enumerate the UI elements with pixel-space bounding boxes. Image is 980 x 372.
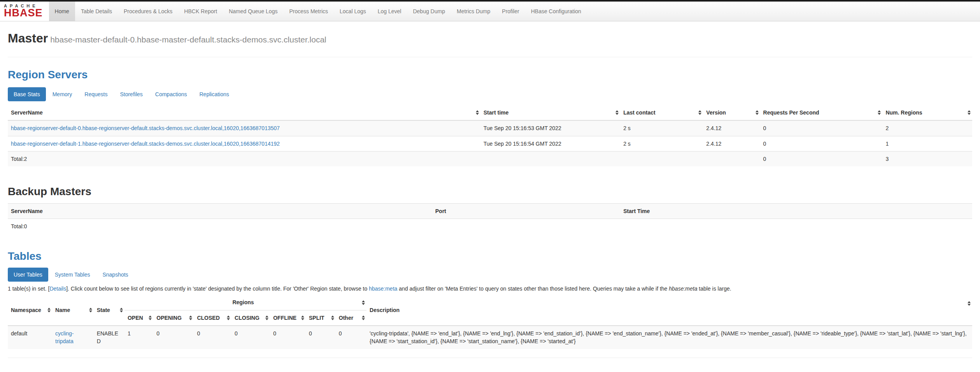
page-title: Masterhbase-master-default-0.hbase-maste… <box>8 32 972 45</box>
nav-item-procedures-locks[interactable]: Procedures & Locks <box>118 2 178 21</box>
col-name[interactable]: Name <box>52 295 94 326</box>
col-offline[interactable]: OFFLINE <box>270 310 306 326</box>
col-state[interactable]: State <box>94 295 124 326</box>
col-start-time[interactable]: Start time <box>480 105 620 120</box>
tab-user-tables[interactable]: User Tables <box>8 268 48 282</box>
sort-icon[interactable] <box>120 308 123 312</box>
split-count[interactable]: 0 <box>306 326 336 349</box>
col-namespace[interactable]: Namespace <box>8 295 52 326</box>
sort-icon[interactable] <box>89 308 92 312</box>
sort-icon[interactable] <box>301 316 304 320</box>
tables-heading: Tables <box>8 250 972 263</box>
backup-masters-table: ServerName Port Start Time Total:0 <box>8 203 972 234</box>
region-servers-table: ServerName Start time Last contact Versi… <box>8 105 972 166</box>
sort-icon[interactable] <box>968 301 971 306</box>
table-row: default cycling-tripdata ENABLED 1 0 0 0… <box>8 326 972 349</box>
nav-item-debug-dump[interactable]: Debug Dump <box>407 2 451 21</box>
nav-item-local-logs[interactable]: Local Logs <box>334 2 372 21</box>
col-last-contact[interactable]: Last contact <box>620 105 703 120</box>
table-name-link[interactable]: cycling-tripdata <box>55 330 74 344</box>
col-servername[interactable]: ServerName <box>8 105 480 120</box>
bottom-divider <box>8 358 972 358</box>
num-regions-cell: 2 <box>882 120 972 136</box>
sort-icon[interactable] <box>362 300 365 305</box>
col-requests-per-second[interactable]: Requests Per Second <box>760 105 883 120</box>
last-contact-cell: 2 s <box>620 136 703 151</box>
hbase-meta-link[interactable]: hbase:meta <box>369 286 397 292</box>
start-time-cell: Tue Sep 20 15:16:53 GMT 2022 <box>480 120 620 136</box>
table-row: hbase-regionserver-default-1.hbase-regio… <box>8 136 972 151</box>
total-label: Total:2 <box>8 151 480 166</box>
sort-icon[interactable] <box>756 110 759 115</box>
nav-item-profiler[interactable]: Profiler <box>496 2 525 21</box>
namespace-cell: default <box>8 326 52 349</box>
tab-requests[interactable]: Requests <box>79 87 113 101</box>
nav-item-hbase-configuration[interactable]: HBase Configuration <box>525 2 587 21</box>
opening-count[interactable]: 0 <box>153 326 194 349</box>
offline-count[interactable]: 0 <box>270 326 306 349</box>
col-version[interactable]: Version <box>703 105 760 120</box>
master-title: Master <box>8 31 48 45</box>
sort-icon[interactable] <box>362 316 365 320</box>
user-tables-table: Namespace Name State Regions Description… <box>8 295 972 349</box>
master-hostname: hbase-master-default-0.hbase-master-defa… <box>50 35 326 44</box>
col-closed[interactable]: CLOSED <box>194 310 231 326</box>
sort-icon[interactable] <box>265 316 268 320</box>
tab-storefiles[interactable]: Storefiles <box>114 87 148 101</box>
sort-icon[interactable] <box>615 110 619 115</box>
nav-item-process-metrics[interactable]: Process Metrics <box>283 2 334 21</box>
description-cell: 'cycling-tripdata', {NAME => 'end_lat'},… <box>366 326 972 349</box>
tab-system-tables[interactable]: System Tables <box>49 268 96 282</box>
col-num-regions[interactable]: Num. Regions <box>882 105 972 120</box>
closed-count[interactable]: 0 <box>194 326 231 349</box>
regionserver-1-link[interactable]: hbase-regionserver-default-1.hbase-regio… <box>11 141 280 147</box>
col-closing[interactable]: CLOSING <box>231 310 270 326</box>
sort-icon[interactable] <box>331 316 334 320</box>
col-split[interactable]: SPLIT <box>306 310 336 326</box>
hbase-logo[interactable]: APACHE HBASE <box>0 2 49 21</box>
col-open[interactable]: OPEN <box>124 310 153 326</box>
sort-icon[interactable] <box>476 110 479 115</box>
col-regions-group[interactable]: Regions <box>124 295 366 310</box>
last-contact-cell: 2 s <box>620 120 703 136</box>
sort-icon[interactable] <box>698 110 701 115</box>
sort-icon[interactable] <box>47 308 51 312</box>
version-cell: 2.4.12 <box>703 136 760 151</box>
other-count[interactable]: 0 <box>336 326 366 349</box>
sort-icon[interactable] <box>189 316 192 320</box>
backup-masters-header-row: ServerName Port Start Time <box>8 203 972 219</box>
total-row: Total:2 0 3 <box>8 151 972 166</box>
tables-tabs: User Tables System Tables Snapshots <box>8 268 972 282</box>
sort-icon[interactable] <box>149 316 152 320</box>
nav-item-named-queue-logs[interactable]: Named Queue Logs <box>223 2 283 21</box>
col-opening[interactable]: OPENING <box>153 310 194 326</box>
total-rps: 0 <box>760 151 883 166</box>
closing-count[interactable]: 0 <box>231 326 270 349</box>
tab-compactions[interactable]: Compactions <box>149 87 193 101</box>
total-num-regions: 3 <box>882 151 972 166</box>
nav-item-home[interactable]: Home <box>49 2 75 21</box>
sort-icon[interactable] <box>878 110 881 115</box>
nav-item-table-details[interactable]: Table Details <box>75 2 118 21</box>
hbase-meta-italic: hbase:meta <box>669 286 697 292</box>
rps-cell: 0 <box>760 120 883 136</box>
version-cell: 2.4.12 <box>703 120 760 136</box>
tab-replications[interactable]: Replications <box>193 87 235 101</box>
sort-icon[interactable] <box>227 316 230 320</box>
regionserver-0-link[interactable]: hbase-regionserver-default-0.hbase-regio… <box>11 125 280 131</box>
details-link[interactable]: Details <box>49 286 66 292</box>
nav-item-log-level[interactable]: Log Level <box>372 2 407 21</box>
logo-hbase-text: HBASE <box>4 8 43 18</box>
sort-icon[interactable] <box>968 110 971 115</box>
open-count[interactable]: 1 <box>124 326 153 349</box>
tab-snapshots[interactable]: Snapshots <box>96 268 134 282</box>
tab-base-stats[interactable]: Base Stats <box>8 87 46 101</box>
col-other[interactable]: Other <box>336 310 366 326</box>
tab-memory[interactable]: Memory <box>47 87 78 101</box>
col-description[interactable]: Description <box>366 295 972 326</box>
top-navbar: APACHE HBASE Home Table Details Procedur… <box>0 0 980 21</box>
nav-item-hbck-report[interactable]: HBCK Report <box>178 2 223 21</box>
page-header: Masterhbase-master-default-0.hbase-maste… <box>8 32 972 57</box>
nav-item-metrics-dump[interactable]: Metrics Dump <box>451 2 496 21</box>
col-backup-port: Port <box>432 203 620 219</box>
